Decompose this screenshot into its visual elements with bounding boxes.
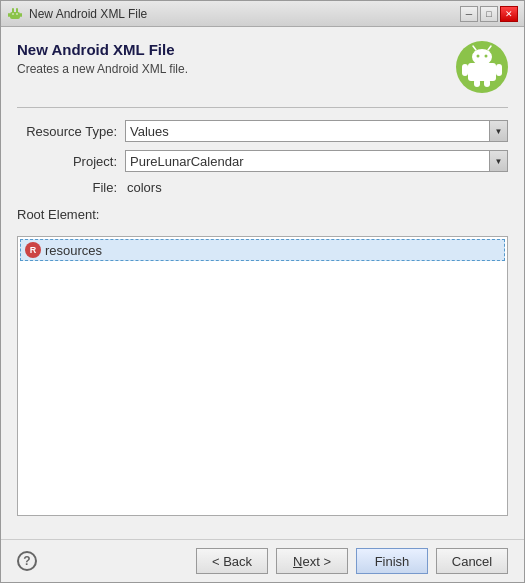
resource-type-dropdown[interactable]: Values ▼ (125, 120, 508, 142)
svg-rect-3 (12, 8, 14, 13)
list-item-icon: R (25, 242, 41, 258)
project-value: PureLunarCalendar (130, 154, 489, 169)
title-bar-icon (7, 6, 23, 22)
file-value: colors (125, 180, 508, 195)
resource-type-value: Values (130, 124, 489, 139)
cancel-button[interactable]: Cancel (436, 548, 508, 574)
resource-type-control: Values ▼ (125, 120, 508, 142)
project-label: Project: (17, 154, 117, 169)
close-button[interactable]: ✕ (500, 6, 518, 22)
svg-point-9 (472, 49, 492, 65)
svg-rect-2 (20, 13, 22, 17)
svg-point-11 (485, 55, 488, 58)
svg-rect-1 (8, 13, 10, 17)
list-item-text: resources (45, 243, 102, 258)
svg-rect-15 (496, 64, 502, 76)
svg-point-10 (477, 55, 480, 58)
project-control: PureLunarCalendar ▼ (125, 150, 508, 172)
finish-button[interactable]: Finish (356, 548, 428, 574)
svg-point-5 (12, 13, 14, 15)
help-button[interactable]: ? (17, 551, 37, 571)
svg-point-6 (16, 13, 18, 15)
resource-type-arrow: ▼ (489, 121, 507, 141)
minimize-button[interactable]: ─ (460, 6, 478, 22)
title-bar-title: New Android XML File (29, 7, 454, 21)
file-control: colors (125, 180, 508, 195)
project-dropdown[interactable]: PureLunarCalendar ▼ (125, 150, 508, 172)
back-button[interactable]: < Back (196, 548, 268, 574)
svg-rect-0 (10, 12, 20, 19)
project-arrow: ▼ (489, 151, 507, 171)
title-bar-controls: ─ □ ✕ (460, 6, 518, 22)
next-button[interactable]: Next > (276, 548, 348, 574)
svg-rect-16 (474, 79, 480, 87)
resource-type-row: Resource Type: Values ▼ (17, 120, 508, 142)
dialog-content: New Android XML File Creates a new Andro… (1, 27, 524, 539)
page-title: New Android XML File (17, 41, 446, 58)
svg-rect-8 (468, 63, 496, 81)
bottom-bar: ? < Back Next > Finish Cancel (1, 539, 524, 582)
dialog-window: New Android XML File ─ □ ✕ New Android X… (0, 0, 525, 583)
page-subtitle: Creates a new Android XML file. (17, 62, 446, 76)
project-row: Project: PureLunarCalendar ▼ (17, 150, 508, 172)
file-label: File: (17, 180, 117, 195)
root-element-list[interactable]: R resources (17, 236, 508, 516)
root-element-label: Root Element: (17, 207, 508, 222)
android-logo (456, 41, 508, 93)
svg-rect-17 (484, 79, 490, 87)
svg-rect-4 (16, 8, 18, 13)
svg-rect-14 (462, 64, 468, 76)
title-bar: New Android XML File ─ □ ✕ (1, 1, 524, 27)
resource-type-label: Resource Type: (17, 124, 117, 139)
form-area: Resource Type: Values ▼ Project: PureLun… (17, 120, 508, 516)
page-header: New Android XML File Creates a new Andro… (17, 41, 508, 93)
file-row: File: colors (17, 180, 508, 195)
header-text: New Android XML File Creates a new Andro… (17, 41, 446, 76)
header-separator (17, 107, 508, 108)
restore-button[interactable]: □ (480, 6, 498, 22)
list-item[interactable]: R resources (20, 239, 505, 261)
next-label: Next > (293, 554, 331, 569)
